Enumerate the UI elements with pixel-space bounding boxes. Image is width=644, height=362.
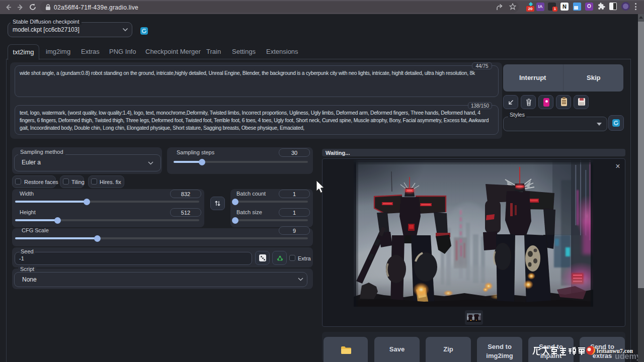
svg-text:feitianwu7.com: feitianwu7.com [597,348,633,354]
